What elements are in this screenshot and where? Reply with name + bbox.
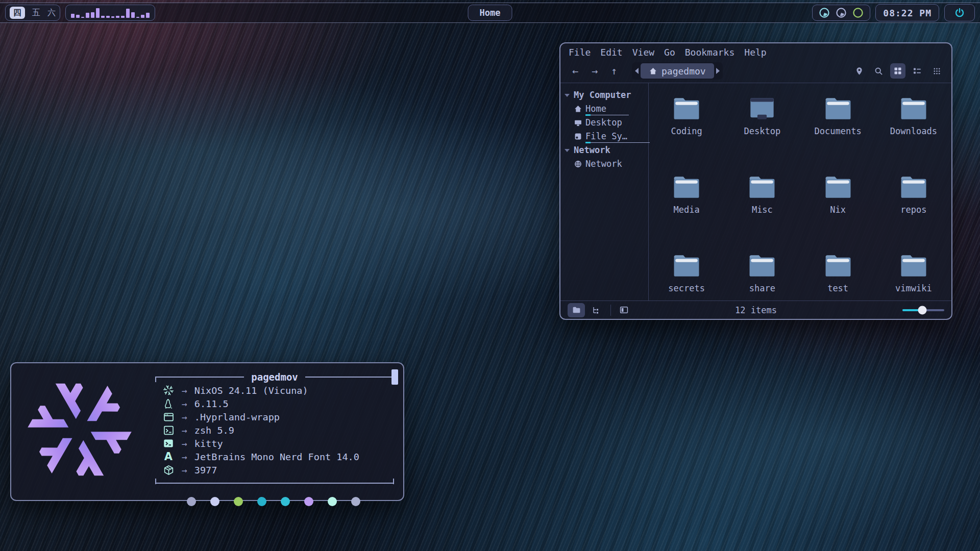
fetch-row-terminal: → kitty [162,437,394,450]
clock[interactable]: 08:22 PM [875,4,939,21]
top-bar: 四五六 Home 08:22 PM [0,3,980,23]
places-pane-button[interactable] [568,303,585,317]
zoom-slider[interactable] [902,309,944,311]
gauge-green-icon[interactable] [852,7,864,18]
expander-icon[interactable] [565,149,570,152]
menu-item[interactable]: Edit [600,47,622,58]
palette-dot [281,497,290,506]
folder-item-coding[interactable]: Coding [671,95,702,136]
terminal-cursor [391,369,398,385]
workspace-button[interactable]: 五 [32,9,40,17]
workspace-button[interactable]: 四 [10,7,25,19]
location-pin-icon[interactable] [851,63,867,79]
folder-name: vimwiki [895,283,932,293]
sidebar-section-network[interactable]: Network [560,143,648,157]
gauge-cyan-icon[interactable] [819,7,830,18]
menu-bar: FileEditViewGoBookmarksHelp [560,43,951,59]
folder-icon [899,174,928,201]
folder-item-vimwiki[interactable]: vimwiki [895,253,932,293]
menu-item[interactable]: Bookmarks [685,47,735,58]
folder-name: Coding [671,126,702,136]
sidebar-section-mycomputer[interactable]: My Computer [560,88,648,102]
fetch-row-nix: → NixOS 24.11 (Vicuna) [162,384,394,397]
workspace-button[interactable]: 六 [47,9,56,17]
desktop-monitor-icon [747,95,777,122]
folder-item-media[interactable]: Media [672,174,701,215]
visualizer-bar [96,8,100,18]
tree-pane-button[interactable] [587,303,604,317]
power-button[interactable] [944,4,975,21]
shell-icon [162,424,175,436]
bar-left-cluster: 四五六 [5,5,155,21]
folder-item-nix[interactable]: Nix [823,174,853,215]
palette-dot [304,497,313,506]
visualizer-bar [86,13,89,18]
folder-item-repos[interactable]: repos [899,174,928,215]
folder-icon [899,253,928,279]
toolbar: ← → ↑ pagedmov [560,59,951,83]
list-view-button[interactable] [910,63,925,79]
kernel-icon [162,397,175,410]
menu-item[interactable]: File [569,47,591,58]
folder-item-share[interactable]: share [747,253,777,293]
desktop: 四五六 Home 08:22 PM FileEditViewGoBookmark [0,0,980,551]
active-window-title[interactable]: Home [468,5,512,21]
visualizer-bar [116,16,119,18]
fetch-row-packages: → 3977 [162,463,394,477]
folder-name: test [827,283,848,293]
path-bar: pagedmov [632,62,723,80]
current-path-tab[interactable]: pagedmov [641,63,714,79]
up-button[interactable]: ↑ [606,65,622,77]
folder-name: Downloads [890,126,937,136]
packages-icon [162,464,175,476]
scroll-tabs-left-icon[interactable] [635,68,639,74]
menu-item[interactable]: Go [664,47,675,58]
palette-dot [328,497,337,506]
gauge-lavender-icon[interactable] [836,7,847,18]
wm-icon [162,411,175,423]
folder-grid: Coding Desktop Documents Downloads [649,83,951,300]
menu-item[interactable]: View [632,47,654,58]
file-manager-window: FileEditViewGoBookmarksHelp ← → ↑ pagedm… [559,42,952,320]
scroll-tabs-right-icon[interactable] [716,68,720,74]
workspace-switcher: 四五六 [5,5,60,21]
folder-name: Misc [752,205,773,215]
folder-item-downloads[interactable]: Downloads [890,95,937,136]
fetch-row-shell: → zsh 5.9 [162,423,394,437]
folder-item-documents[interactable]: Documents [815,95,862,136]
back-button[interactable]: ← [568,65,583,77]
folder-item-misc[interactable]: Misc [747,174,777,215]
sidebar-item-network[interactable]: Network [560,157,648,171]
folder-icon [747,253,777,279]
sidebar-item-desktop[interactable]: Desktop [560,116,648,130]
visualizer-bar [101,16,105,18]
terminal-window[interactable]: pagedmov → NixOS 24.11 (Vicuna) → 6.11.5 [10,362,404,501]
folder-item-test[interactable]: test [823,253,853,293]
icon-view-button[interactable] [890,63,905,79]
visualizer-bar [106,16,110,18]
sidebar-item-home[interactable]: Home [560,102,648,116]
font-icon: A [162,450,175,463]
bar-center-cluster: Home [468,5,512,21]
expander-icon[interactable] [565,94,570,97]
zoom-slider-thumb[interactable] [918,306,926,314]
visualizer-bar [121,16,125,18]
visualizer-bar [76,15,80,18]
terminal-color-palette [187,497,394,506]
compact-view-button[interactable] [929,63,944,79]
folder-name: Documents [815,126,862,136]
bar-right-cluster: 08:22 PM [812,4,975,21]
folder-icon [747,174,777,201]
visualizer-bar [146,13,150,18]
forward-button[interactable]: → [587,65,602,77]
menu-item[interactable]: Help [744,47,766,58]
nixos-logo [24,374,135,485]
folder-icon [672,174,701,201]
sidebar-item-filesy[interactable]: File Sy… [560,130,648,143]
search-icon[interactable] [871,63,886,79]
items-count: 12 items [735,305,777,315]
folder-name: Media [674,205,700,215]
folder-item-secrets[interactable]: secrets [668,253,705,293]
folder-item-desktop[interactable]: Desktop [744,95,781,136]
toggle-sidepane-button[interactable] [615,303,632,317]
